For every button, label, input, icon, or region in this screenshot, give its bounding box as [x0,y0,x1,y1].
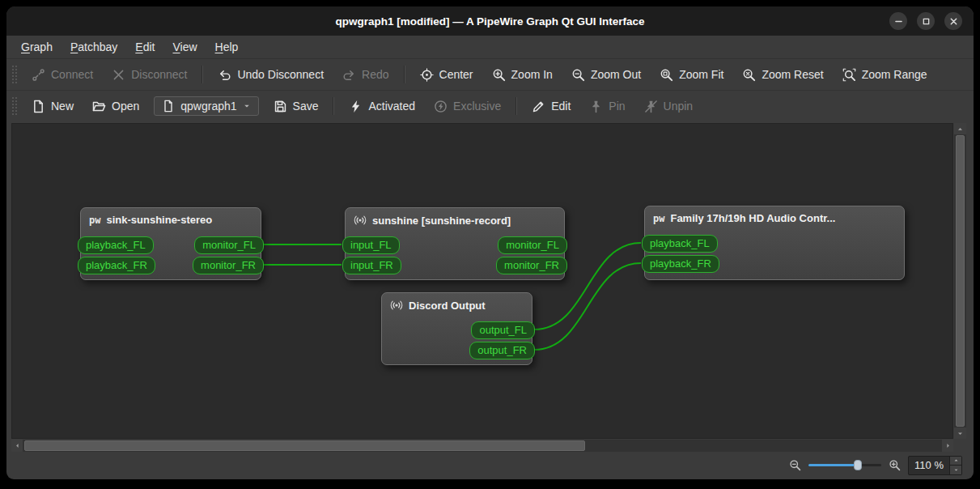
open-icon [92,100,106,113]
node-title: pwsink-sunshine-stereo [81,208,261,229]
scroll-right-button[interactable] [942,440,953,452]
redo-button: Redo [334,64,397,86]
edit-button[interactable]: Edit [524,96,579,117]
zoom-range-icon [842,68,856,82]
disconnect-button: Disconnect [104,64,195,86]
node-title: Discord Output [382,293,532,315]
graph-toolbar: ConnectDisconnectUndo DisconnectRedoCent… [6,58,974,90]
zoom-spinbox[interactable]: 110 % [908,456,962,475]
port-family-audio-playback_FR[interactable]: playback_FR [642,255,719,273]
port-sink-sunshine-stereo-monitor_FR[interactable]: monitor_FR [193,257,264,274]
port-sunshine-input_FR[interactable]: input_FR [342,257,401,274]
new-button[interactable]: New [23,96,82,117]
toolbar-drag-handle[interactable] [11,65,18,84]
undo-icon [218,68,231,82]
node-sink-sunshine-stereo[interactable]: pwsink-sunshine-stereoplayback_FLplaybac… [80,207,261,280]
zoom-slider-handle[interactable] [854,460,862,470]
port-discord-output_FL[interactable]: output_FL [471,321,535,339]
toolbar-separator [333,97,334,115]
connections-layer [12,124,953,439]
activated-button[interactable]: Activated [341,96,423,117]
connect-button: Connect [23,64,101,86]
scrollbar-corner [953,440,966,452]
close-icon [948,15,960,28]
zoom-slider-fill [808,464,858,466]
pipewire-icon: pw [653,213,664,224]
menu-graph[interactable]: Graph [13,38,61,56]
port-sunshine-input_FL[interactable]: input_FL [342,236,400,254]
connect-icon [32,68,45,82]
center-button[interactable]: Center [412,64,482,86]
arrow-up-icon [957,125,964,133]
zoom-range-button-label: Zoom Range [862,68,927,81]
toolbar-separator [202,66,203,83]
maximize-button[interactable] [917,12,935,30]
port-sunshine-monitor_FL[interactable]: monitor_FL [498,236,567,254]
undo-button[interactable]: Undo Disconnect [210,64,332,86]
application-icon [354,214,367,227]
spin-down-icon [953,467,959,473]
edit-icon [532,100,545,113]
zoom-out-button-label: Zoom Out [591,68,641,81]
minimize-button[interactable] [889,12,907,30]
port-family-audio-playback_FL[interactable]: playback_FL [642,235,718,253]
activated-button-label: Activated [368,100,415,113]
zoom-fit-button[interactable]: Zoom Fit [651,64,732,86]
redo-icon [342,68,356,82]
scroll-left-button[interactable] [11,440,23,452]
menu-view[interactable]: View [164,38,205,56]
zoom-reset-button[interactable]: Zoom Reset [734,64,831,86]
port-sink-sunshine-stereo-monitor_FL[interactable]: monitor_FL [194,236,264,254]
toolbar-separator [515,97,517,115]
port-sink-sunshine-stereo-playback_FR[interactable]: playback_FR [78,257,155,274]
vertical-scrollbar[interactable] [954,123,966,439]
exclusive-button-label: Exclusive [453,100,501,113]
menu-edit[interactable]: Edit [127,38,163,56]
port-sunshine-monitor_FR[interactable]: monitor_FR [496,257,567,274]
node-title: pwFamily 17h/19h HD Audio Contr... [645,206,904,227]
zoom-fit-icon [660,68,673,82]
scroll-down-button[interactable] [954,427,966,439]
zoom-range-button[interactable]: Zoom Range [834,64,935,86]
port-sink-sunshine-stereo-playback_FL[interactable]: playback_FL [78,236,154,254]
open-button[interactable]: Open [84,96,147,117]
graph-canvas[interactable]: pwsink-sunshine-stereoplayback_FLplaybac… [11,123,953,439]
file-toolbar: NewOpenqpwgraph1SaveActivatedExclusiveEd… [6,90,974,121]
zoom-fit-button-label: Zoom Fit [679,68,723,81]
disconnect-button-label: Disconnect [131,68,187,81]
minimize-icon [893,15,905,28]
connect-button-label: Connect [51,68,93,81]
scroll-up-button[interactable] [954,123,966,134]
arrow-left-icon [14,442,21,449]
horizontal-scrollbar-track[interactable] [23,440,942,452]
open-button-label: Open [112,100,139,113]
menu-patchbay[interactable]: Patchbay [62,38,125,56]
center-icon [420,68,434,82]
node-family-audio[interactable]: pwFamily 17h/19h HD Audio Contr...playba… [644,206,905,280]
node-title-text: Family 17h/19h HD Audio Contr... [670,212,835,224]
zoom-slider[interactable] [808,459,881,472]
toolbar-separator [404,66,405,83]
window-controls [889,12,962,30]
zoom-out-button[interactable]: Zoom Out [563,64,649,86]
dropdown-arrow-icon [243,102,251,110]
title-bar[interactable]: qpwgraph1 [modified] — A PipeWire Graph … [6,6,974,36]
zoom-spin-up-button[interactable] [950,457,961,466]
zoom-spin-down-button[interactable] [950,465,961,474]
application-icon [390,299,403,312]
horizontal-scrollbar[interactable] [11,440,953,452]
zoom-reset-button-label: Zoom Reset [762,68,823,81]
node-discord[interactable]: Discord Outputoutput_FLoutput_FR [381,292,532,365]
file-icon [162,100,175,113]
menu-help[interactable]: Help [207,38,247,56]
zoom-in-button[interactable]: Zoom In [484,64,561,86]
close-button[interactable] [944,12,962,30]
port-discord-output_FR[interactable]: output_FR [469,342,535,359]
spin-up-icon [953,457,959,463]
patchbay-selector[interactable]: qpwgraph1 [154,96,258,116]
save-button[interactable]: Save [265,96,327,117]
node-sunshine[interactable]: sunshine [sunshine-record]input_FLinput_… [345,207,565,280]
vertical-scrollbar-thumb[interactable] [956,135,965,427]
horizontal-scrollbar-thumb[interactable] [24,440,585,451]
toolbar-drag-handle[interactable] [11,96,18,116]
